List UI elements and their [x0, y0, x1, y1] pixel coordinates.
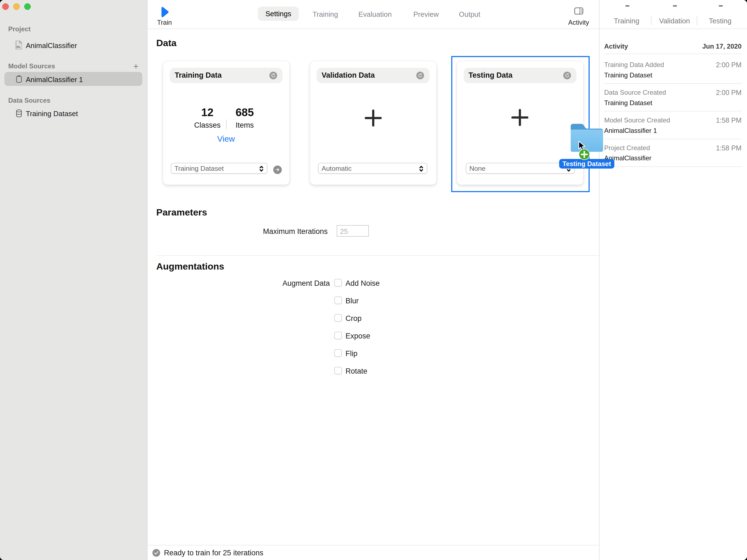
svg-text:ML: ML: [17, 45, 21, 49]
